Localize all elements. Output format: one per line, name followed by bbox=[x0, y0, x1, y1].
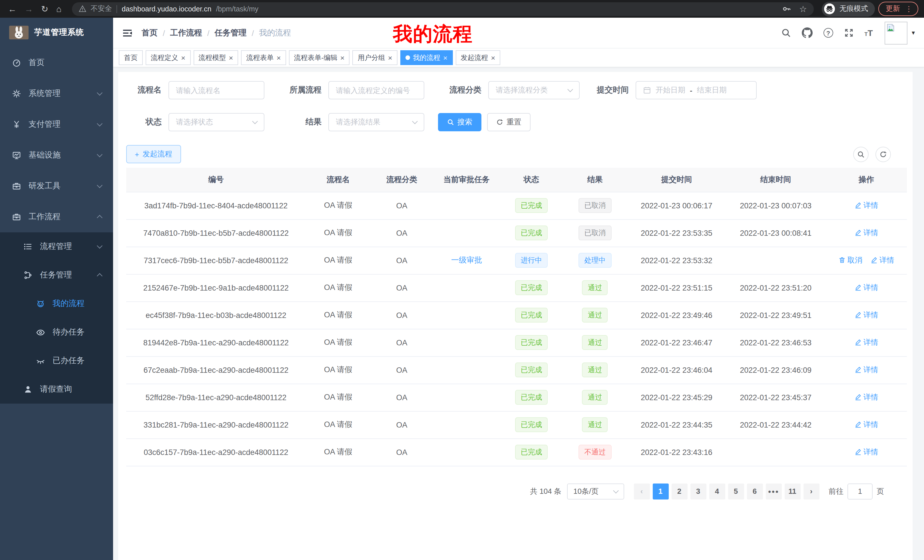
reload-icon[interactable]: ↻ bbox=[41, 4, 48, 13]
edit-icon bbox=[854, 339, 862, 346]
breadcrumb-item-0[interactable]: 首页 bbox=[142, 28, 158, 38]
sidebar-item-home[interactable]: 首页 bbox=[0, 47, 113, 78]
browser-update-button[interactable]: 更新 ⋮ bbox=[878, 2, 918, 16]
github-icon[interactable] bbox=[802, 27, 813, 38]
parent-process-input[interactable] bbox=[328, 81, 424, 99]
tab-process-form-edit[interactable]: 流程表单-编辑× bbox=[289, 50, 350, 65]
sidebar-item-workflow[interactable]: 工作流程 bbox=[0, 202, 113, 232]
url-divider bbox=[117, 5, 117, 13]
tab-process-form[interactable]: 流程表单× bbox=[241, 50, 286, 65]
submit-time-daterange[interactable]: 开始日期 - 结束日期 bbox=[636, 81, 757, 99]
close-icon[interactable]: × bbox=[276, 54, 280, 61]
action-detail-link[interactable]: 详情 bbox=[870, 255, 894, 265]
action-detail-link[interactable]: 详情 bbox=[854, 419, 878, 430]
close-icon[interactable]: × bbox=[340, 54, 345, 61]
sidebar-item-done-tasks[interactable]: 已办任务 bbox=[0, 346, 113, 375]
cell-status: 已完成 bbox=[500, 383, 563, 411]
tab-label: 首页 bbox=[124, 53, 138, 63]
show-search-icon-button[interactable] bbox=[853, 147, 868, 162]
sidebar-item-task-mgmt[interactable]: 任务管理 bbox=[0, 261, 113, 289]
pagination-page-2[interactable]: 2 bbox=[671, 483, 687, 499]
sidebar-item-system[interactable]: 系统管理 bbox=[0, 78, 113, 109]
action-label: 取消 bbox=[848, 255, 862, 265]
pagination-prev-button[interactable]: ‹ bbox=[634, 483, 650, 499]
breadcrumb-item-1[interactable]: 工作流程 bbox=[170, 28, 202, 38]
pagination-page-11[interactable]: 11 bbox=[784, 483, 800, 499]
sidebar-item-devtools[interactable]: 研发工具 bbox=[0, 171, 113, 202]
address-bar[interactable]: 不安全 dashboard.yudao.iocoder.cn /bpm/task… bbox=[72, 2, 814, 16]
pagination-page-1[interactable]: 1 bbox=[652, 483, 669, 499]
sidebar-item-leave-query[interactable]: 请假查询 bbox=[0, 375, 113, 404]
action-detail-link[interactable]: 详情 bbox=[854, 365, 878, 375]
cell-status: 已完成 bbox=[500, 439, 563, 466]
home-icon[interactable]: ⌂ bbox=[56, 4, 62, 13]
process-name-input[interactable] bbox=[168, 81, 264, 99]
tab-process-definition[interactable]: 流程定义× bbox=[146, 50, 190, 65]
sidebar-item-infra[interactable]: 基础设施 bbox=[0, 140, 113, 171]
help-icon[interactable]: ? bbox=[824, 28, 833, 38]
status-select[interactable]: 请选择状态 bbox=[168, 113, 264, 131]
close-icon[interactable]: × bbox=[229, 54, 233, 61]
password-key-icon[interactable] bbox=[782, 4, 791, 14]
action-detail-link[interactable]: 详情 bbox=[854, 337, 878, 347]
current-task-link[interactable]: 一级审批 bbox=[451, 256, 482, 264]
refresh-table-icon-button[interactable] bbox=[876, 147, 891, 162]
goto-page-input[interactable] bbox=[848, 483, 873, 499]
tab-start-process[interactable]: 发起流程× bbox=[455, 50, 500, 65]
sidebar-item-my-process[interactable]: 我的流程 bbox=[0, 289, 113, 318]
pagination-page-6[interactable]: 6 bbox=[747, 483, 763, 499]
tab-my-process[interactable]: 我的流程× bbox=[400, 50, 453, 65]
tab-process-model[interactable]: 流程模型× bbox=[193, 50, 238, 65]
tags-view-bar: 首页流程定义×流程模型×流程表单×流程表单-编辑×用户分组×我的流程×发起流程× bbox=[113, 48, 924, 67]
action-cancel-link[interactable]: 取消 bbox=[838, 255, 862, 265]
breadcrumb-item-2[interactable]: 任务管理 bbox=[215, 28, 247, 38]
result-select[interactable]: 请选择流结果 bbox=[328, 113, 424, 131]
bookmark-star-icon[interactable]: ☆ bbox=[799, 4, 807, 13]
cell-process-name: OA 请假 bbox=[306, 274, 370, 301]
search-icon[interactable] bbox=[781, 28, 791, 38]
edit-icon bbox=[854, 366, 862, 374]
sidebar-collapse-icon[interactable] bbox=[122, 28, 132, 38]
create-process-button[interactable]: + 发起流程 bbox=[126, 145, 181, 163]
fullscreen-icon[interactable] bbox=[844, 28, 854, 38]
close-icon[interactable]: × bbox=[491, 54, 495, 61]
eye-closed-icon bbox=[35, 356, 46, 365]
back-icon[interactable]: ← bbox=[8, 4, 16, 13]
close-icon[interactable]: × bbox=[181, 54, 185, 61]
cell-result: 通过 bbox=[562, 383, 627, 411]
process-table: 编号流程名流程分类当前审批任务状态结果提交时间结束时间操作 3ad174fb-7… bbox=[126, 168, 907, 466]
action-label: 详情 bbox=[864, 201, 878, 211]
forward-icon[interactable]: → bbox=[24, 4, 33, 13]
font-size-icon[interactable]: TT bbox=[865, 28, 873, 37]
tab-home[interactable]: 首页 bbox=[119, 50, 143, 65]
close-icon[interactable]: × bbox=[443, 54, 447, 61]
pagination-ellipsis[interactable]: ●●● bbox=[765, 483, 782, 499]
user-avatar-dropdown[interactable]: ▾ bbox=[885, 21, 915, 44]
process-category-select[interactable]: 请选择流程分类 bbox=[488, 81, 580, 99]
action-detail-link[interactable]: 详情 bbox=[854, 201, 878, 211]
action-detail-link[interactable]: 详情 bbox=[854, 283, 878, 293]
tab-label: 流程定义 bbox=[151, 53, 178, 63]
reset-button[interactable]: 重置 bbox=[487, 113, 531, 131]
action-detail-link[interactable]: 详情 bbox=[854, 310, 878, 320]
pagination-page-4[interactable]: 4 bbox=[709, 483, 725, 499]
pagination-page-3[interactable]: 3 bbox=[690, 483, 706, 499]
tab-user-group[interactable]: 用户分组× bbox=[352, 50, 398, 65]
search-button[interactable]: 搜索 bbox=[438, 113, 482, 131]
pagination-next-button[interactable]: › bbox=[803, 483, 819, 499]
close-icon[interactable]: × bbox=[388, 54, 392, 61]
pagination-page-5[interactable]: 5 bbox=[728, 483, 744, 499]
status-label: 状态 bbox=[126, 117, 162, 127]
page-size-select[interactable]: 10条/页 bbox=[567, 483, 624, 499]
sidebar-item-payment[interactable]: 支付管理 bbox=[0, 109, 113, 140]
status-badge: 已完成 bbox=[515, 280, 548, 295]
sidebar-item-todo-tasks[interactable]: 待办任务 bbox=[0, 318, 113, 346]
incognito-icon bbox=[824, 3, 835, 14]
action-detail-link[interactable]: 详情 bbox=[854, 392, 878, 403]
daterange-separator: - bbox=[690, 86, 692, 94]
table-header-cell: 流程名 bbox=[306, 168, 370, 192]
action-detail-link[interactable]: 详情 bbox=[854, 447, 878, 457]
action-detail-link[interactable]: 详情 bbox=[854, 228, 878, 238]
browser-menu-icon[interactable]: ⋮ bbox=[905, 4, 913, 13]
sidebar-item-process-mgmt[interactable]: 流程管理 bbox=[0, 232, 113, 261]
